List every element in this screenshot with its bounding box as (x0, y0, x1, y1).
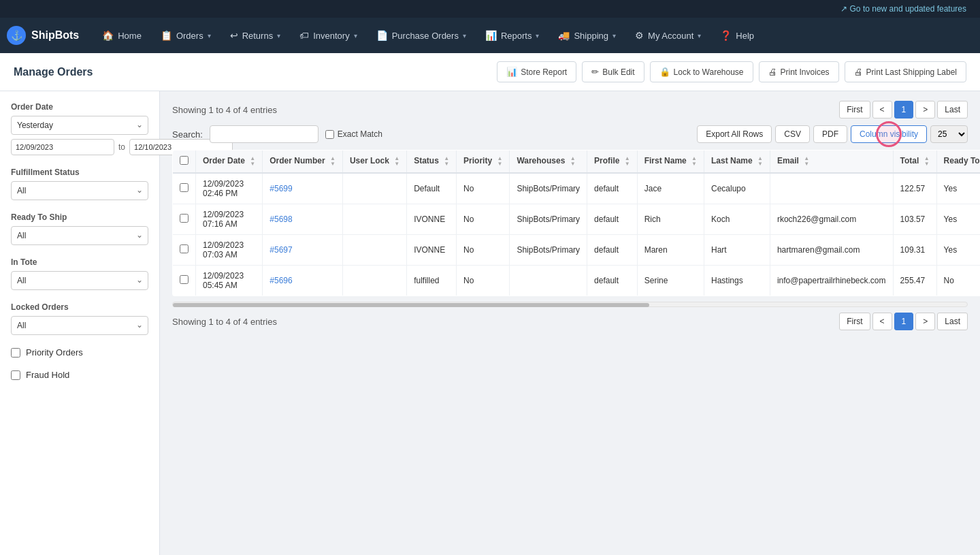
pdf-button[interactable]: PDF (813, 125, 847, 143)
fraud-hold-label[interactable]: Fraud Hold (26, 370, 69, 380)
last-page-button-bottom[interactable]: Last (937, 313, 968, 330)
inventory-icon: 🏷 (299, 30, 309, 41)
search-bar: Search: Exact Match Export All Rows CSV … (172, 125, 968, 143)
export-all-rows-button[interactable]: Export All Rows (697, 125, 772, 143)
nav-purchase-orders[interactable]: 📄 Purchase Orders ▾ (367, 18, 476, 53)
date-range-row: to (11, 139, 148, 155)
nav-help[interactable]: ❓ Help (710, 18, 764, 53)
print-shipping-icon: 🖨 (854, 67, 863, 77)
date-from-input[interactable] (11, 139, 114, 155)
scrollbar-thumb[interactable] (173, 303, 649, 307)
row-priority: No (457, 204, 510, 235)
new-features-link[interactable]: ↗ Go to new and updated features (840, 4, 966, 14)
select-all-header (173, 150, 196, 174)
row-checkbox[interactable] (180, 183, 189, 192)
export-buttons: Export All Rows CSV PDF Column visibilit… (697, 125, 968, 143)
row-ready-to-ship: Yes (936, 173, 980, 204)
ready-to-ship-select[interactable]: All Yes No (11, 226, 148, 245)
col-priority[interactable]: Priority ▲▼ (457, 150, 510, 174)
row-status: fulfilled (407, 266, 457, 296)
order-number-link[interactable]: #5699 (270, 184, 292, 193)
table-row: 12/09/2023 05:45 AM #5696 fulfilled No d… (173, 266, 981, 296)
store-report-label: Store Report (521, 67, 567, 77)
priority-orders-checkbox[interactable] (11, 348, 20, 358)
row-checkbox[interactable] (180, 244, 189, 253)
row-checkbox[interactable] (180, 275, 189, 284)
returns-arrow: ▾ (277, 32, 280, 39)
table-row: 12/09/2023 07:16 AM #5698 IVONNE No Ship… (173, 204, 981, 235)
fraud-hold-checkbox[interactable] (11, 370, 20, 380)
col-order-date[interactable]: Order Date ▲▼ (196, 150, 263, 174)
col-last-name[interactable]: Last Name ▲▼ (704, 150, 770, 174)
search-input[interactable] (210, 125, 318, 143)
first-page-button-top[interactable]: First (839, 101, 870, 118)
nav-purchase-orders-label: Purchase Orders (392, 31, 459, 41)
nav-home[interactable]: 🏠 Home (93, 18, 151, 53)
print-last-shipping-label-button[interactable]: 🖨 Print Last Shipping Label (845, 61, 966, 82)
priority-orders-label[interactable]: Priority Orders (26, 347, 83, 358)
prev-page-button-bottom[interactable]: < (872, 313, 892, 330)
exact-match-label[interactable]: Exact Match (325, 129, 382, 139)
priority-orders-row: Priority Orders (11, 347, 148, 358)
first-page-button-bottom[interactable]: First (839, 313, 870, 330)
total-sort: ▲▼ (924, 156, 930, 167)
bulk-edit-button[interactable]: ✏ Bulk Edit (582, 61, 644, 82)
row-last-name: Hart (704, 235, 770, 266)
current-page-button-bottom[interactable]: 1 (894, 313, 914, 330)
lock-to-warehouse-button[interactable]: 🔒 Lock to Warehouse (650, 61, 753, 82)
nav-returns[interactable]: ↩ Returns ▾ (220, 18, 291, 53)
nav-my-account[interactable]: ⚙ My Account ▾ (625, 18, 710, 53)
store-report-button[interactable]: 📊 Store Report (497, 61, 576, 82)
next-page-button-top[interactable]: > (915, 101, 935, 118)
col-ready-to-ship[interactable]: Ready To Ship ▲▼ (936, 150, 980, 174)
order-number-link[interactable]: #5698 (270, 215, 292, 224)
row-order-date: 12/09/2023 07:16 AM (196, 204, 263, 235)
col-email[interactable]: Email ▲▼ (770, 150, 893, 174)
table-body: 12/09/2023 02:46 PM #5699 Default No Shi… (173, 173, 981, 296)
main-layout: Order Date Yesterday Today Last 7 Days L… (0, 91, 980, 555)
email-sort: ▲▼ (804, 156, 809, 167)
horizontal-scrollbar[interactable] (172, 302, 968, 307)
select-all-checkbox[interactable] (180, 156, 189, 165)
per-page-select[interactable]: 25 50 100 (930, 125, 968, 143)
order-date-select[interactable]: Yesterday Today Last 7 Days Last 30 Days… (11, 116, 148, 135)
locked-orders-select[interactable]: All Yes No (11, 316, 148, 335)
csv-button[interactable]: CSV (775, 125, 810, 143)
row-profile: default (587, 235, 638, 266)
nav-inventory-label: Inventory (313, 31, 349, 41)
row-warehouses: ShipBots/Primary (510, 173, 587, 204)
row-order-date: 12/09/2023 07:03 AM (196, 235, 263, 266)
row-email: rkoch226@gmail.com (770, 204, 893, 235)
nav-orders[interactable]: 📋 Orders ▾ (151, 18, 220, 53)
brand-logo[interactable]: ⚓ ShipBots (7, 26, 79, 45)
col-warehouses[interactable]: Warehouses ▲▼ (510, 150, 587, 174)
reports-icon: 📊 (485, 30, 497, 41)
col-user-lock[interactable]: User Lock ▲▼ (342, 150, 406, 174)
nav-inventory[interactable]: 🏷 Inventory ▾ (290, 18, 366, 53)
nav-shipping[interactable]: 🚚 Shipping ▾ (549, 18, 625, 53)
col-total[interactable]: Total ▲▼ (893, 150, 936, 174)
current-page-button-top[interactable]: 1 (894, 101, 914, 118)
column-visibility-button[interactable]: Column visibility (851, 125, 927, 143)
next-page-button-bottom[interactable]: > (915, 313, 935, 330)
in-tote-select[interactable]: All Yes No (11, 271, 148, 290)
pagination-bottom: First < 1 > Last (839, 313, 968, 330)
order-number-link[interactable]: #5696 (270, 276, 292, 285)
pagination-top: First < 1 > Last (839, 101, 968, 118)
orders-arrow: ▾ (208, 32, 211, 39)
print-invoices-button[interactable]: 🖨 Print Invoices (759, 61, 839, 82)
last-page-button-top[interactable]: Last (937, 101, 968, 118)
fulfillment-select[interactable]: All Default IVONNE fulfilled (11, 181, 148, 200)
col-status[interactable]: Status ▲▼ (407, 150, 457, 174)
nav-reports[interactable]: 📊 Reports ▾ (476, 18, 549, 53)
prev-page-button-top[interactable]: < (872, 101, 892, 118)
col-profile[interactable]: Profile ▲▼ (587, 150, 638, 174)
col-first-name[interactable]: First Name ▲▼ (637, 150, 704, 174)
row-status: IVONNE (407, 204, 457, 235)
col-order-number[interactable]: Order Number ▲▼ (263, 150, 343, 174)
order-number-link[interactable]: #5697 (270, 245, 292, 255)
row-checkbox[interactable] (180, 214, 189, 223)
reports-arrow: ▾ (536, 32, 539, 39)
in-tote-select-wrap: All Yes No (11, 271, 148, 290)
exact-match-checkbox[interactable] (325, 130, 334, 139)
